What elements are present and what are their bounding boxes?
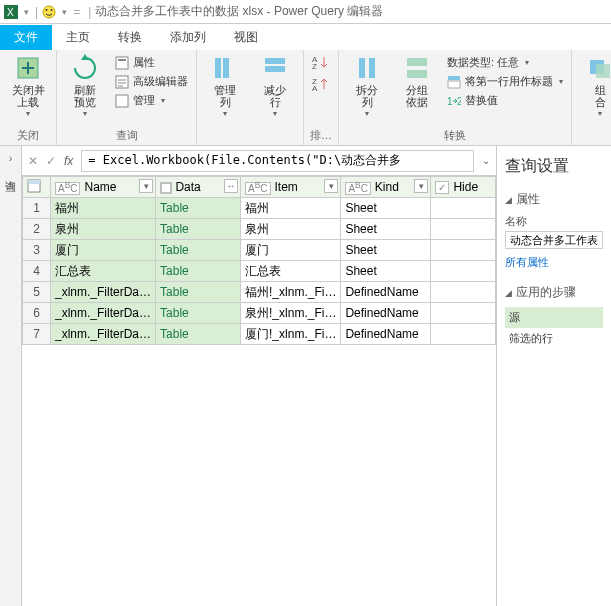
data-type-button[interactable]: 数据类型: 任意▾ — [445, 54, 565, 71]
cell-data[interactable]: Table — [156, 219, 241, 240]
split-column-button[interactable]: 拆分 列▾ — [345, 54, 389, 119]
applied-step[interactable]: 筛选的行 — [505, 328, 603, 349]
sort-asc-button[interactable]: AZ — [310, 54, 330, 70]
table-row[interactable]: 7_xlnm._FilterDa…Table厦门!_xlnm._Fi…Defin… — [23, 324, 496, 345]
cell-item[interactable]: 福州!_xlnm._Fi… — [241, 282, 341, 303]
cell-name[interactable]: _xlnm._FilterDa… — [51, 282, 156, 303]
reduce-rows-button[interactable]: 减少 行▾ — [253, 54, 297, 119]
cell-kind[interactable]: Sheet — [341, 198, 431, 219]
table-row[interactable]: 3厦门Table厦门Sheet — [23, 240, 496, 261]
data-grid[interactable]: ABCName▾ Data↔ ABCItem▾ ABCKind▾ ✓Hide 1… — [22, 176, 496, 606]
row-number-cell[interactable]: 2 — [23, 219, 51, 240]
expand-icon[interactable]: ↔ — [224, 179, 238, 193]
fx-icon[interactable]: fx — [64, 154, 73, 168]
formula-expand-icon[interactable]: ⌄ — [482, 155, 490, 166]
type-text-icon: ABC — [245, 182, 270, 195]
cell-hidden[interactable] — [431, 324, 496, 345]
cell-item[interactable]: 泉州!_xlnm._Fi… — [241, 303, 341, 324]
cell-data[interactable]: Table — [156, 261, 241, 282]
cell-hidden[interactable] — [431, 282, 496, 303]
row-number-cell[interactable]: 7 — [23, 324, 51, 345]
cell-name[interactable]: 汇总表 — [51, 261, 156, 282]
replace-values-button[interactable]: 12替换值 — [445, 92, 565, 109]
column-header-data[interactable]: Data↔ — [156, 177, 241, 198]
cell-item[interactable]: 厦门!_xlnm._Fi… — [241, 324, 341, 345]
cell-item[interactable]: 福州 — [241, 198, 341, 219]
properties-section-header[interactable]: ◢属性 — [505, 191, 603, 208]
cell-name[interactable]: _xlnm._FilterDa… — [51, 303, 156, 324]
applied-step[interactable]: 源 — [505, 307, 603, 328]
query-name-input[interactable] — [505, 231, 603, 249]
use-first-row-header-button[interactable]: 将第一行用作标题▾ — [445, 73, 565, 90]
table-row[interactable]: 6_xlnm._FilterDa…Table泉州!_xlnm._Fi…Defin… — [23, 303, 496, 324]
cell-kind[interactable]: Sheet — [341, 261, 431, 282]
cell-kind[interactable]: Sheet — [341, 240, 431, 261]
table-row[interactable]: 2泉州Table泉州Sheet — [23, 219, 496, 240]
cell-data[interactable]: Table — [156, 198, 241, 219]
filter-icon[interactable]: ▾ — [324, 179, 338, 193]
row-number-cell[interactable]: 1 — [23, 198, 51, 219]
row-number-cell[interactable]: 4 — [23, 261, 51, 282]
manage-columns-button[interactable]: 管理 列▾ — [203, 54, 247, 119]
tab-addcolumn[interactable]: 添加列 — [156, 25, 220, 50]
column-header-item[interactable]: ABCItem▾ — [241, 177, 341, 198]
table-row[interactable]: 5_xlnm._FilterDa…Table福州!_xlnm._Fi…Defin… — [23, 282, 496, 303]
group-by-button[interactable]: 分组 依据 — [395, 54, 439, 108]
cell-kind[interactable]: Sheet — [341, 219, 431, 240]
cell-hidden[interactable] — [431, 198, 496, 219]
row-number-cell[interactable]: 6 — [23, 303, 51, 324]
tab-file[interactable]: 文件 — [0, 25, 52, 50]
cell-data[interactable]: Table — [156, 303, 241, 324]
tab-transform[interactable]: 转换 — [104, 25, 156, 50]
tab-view[interactable]: 视图 — [220, 25, 272, 50]
cell-kind[interactable]: DefinedName — [341, 324, 431, 345]
row-number-cell[interactable]: 5 — [23, 282, 51, 303]
row-number-cell[interactable]: 3 — [23, 240, 51, 261]
cell-name[interactable]: 泉州 — [51, 219, 156, 240]
column-header-kind[interactable]: ABCKind▾ — [341, 177, 431, 198]
cell-kind[interactable]: DefinedName — [341, 282, 431, 303]
close-and-load-button[interactable]: 关闭并 上载▾ — [6, 54, 50, 119]
qat-dropdown-icon[interactable]: ▾ — [24, 7, 29, 17]
row-number-header[interactable] — [23, 177, 51, 198]
applied-steps-section-header[interactable]: ◢应用的步骤 — [505, 284, 603, 301]
cell-data[interactable]: Table — [156, 324, 241, 345]
tab-home[interactable]: 主页 — [52, 25, 104, 50]
cell-hidden[interactable] — [431, 303, 496, 324]
properties-button[interactable]: 属性 — [113, 54, 190, 71]
manage-button[interactable]: 管理▾ — [113, 92, 190, 109]
smiley-icon[interactable] — [42, 5, 56, 19]
svg-point-2 — [43, 6, 55, 18]
filter-icon[interactable]: ▾ — [414, 179, 428, 193]
table-row[interactable]: 1福州Table福州Sheet — [23, 198, 496, 219]
svg-rect-7 — [118, 59, 126, 61]
column-header-name[interactable]: ABCName▾ — [51, 177, 156, 198]
qat-dropdown2-icon[interactable]: ▾ — [62, 7, 67, 17]
cell-item[interactable]: 汇总表 — [241, 261, 341, 282]
advanced-editor-button[interactable]: 高级编辑器 — [113, 73, 190, 90]
table-row[interactable]: 4汇总表Table汇总表Sheet — [23, 261, 496, 282]
sort-desc-button[interactable]: ZA — [310, 76, 330, 92]
refresh-preview-button[interactable]: 刷新 预览▾ — [63, 54, 107, 119]
cell-name[interactable]: 厦门 — [51, 240, 156, 261]
chevron-down-icon: ▾ — [223, 110, 227, 119]
cell-hidden[interactable] — [431, 261, 496, 282]
cell-data[interactable]: Table — [156, 282, 241, 303]
cell-hidden[interactable] — [431, 240, 496, 261]
ribbon-group-close: 关闭并 上载▾ 关闭 — [0, 50, 57, 145]
cell-item[interactable]: 厦门 — [241, 240, 341, 261]
column-header-hidden[interactable]: ✓Hide — [431, 177, 496, 198]
cell-name[interactable]: 福州 — [51, 198, 156, 219]
filter-icon[interactable]: ▾ — [139, 179, 153, 193]
cell-kind[interactable]: DefinedName — [341, 303, 431, 324]
cell-data[interactable]: Table — [156, 240, 241, 261]
cancel-formula-icon[interactable]: ✕ — [28, 154, 38, 168]
cell-name[interactable]: _xlnm._FilterDa… — [51, 324, 156, 345]
all-properties-link[interactable]: 所有属性 — [505, 255, 603, 270]
formula-input[interactable] — [81, 150, 474, 172]
combine-button[interactable]: 组 合▾ — [578, 54, 611, 119]
queries-pane-collapsed[interactable]: › 查询 — [0, 146, 22, 606]
cell-item[interactable]: 泉州 — [241, 219, 341, 240]
cell-hidden[interactable] — [431, 219, 496, 240]
commit-formula-icon[interactable]: ✓ — [46, 154, 56, 168]
